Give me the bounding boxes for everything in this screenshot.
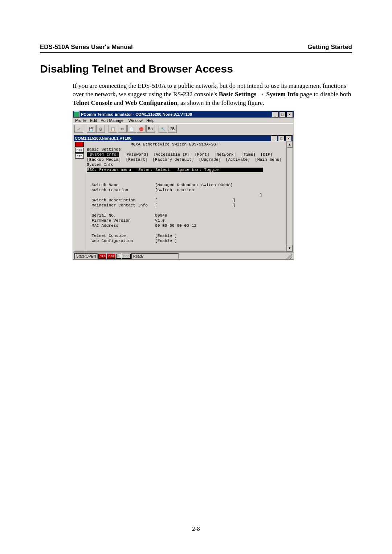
menu-help[interactable]: Help — [146, 118, 155, 123]
terminal-output: MOXA EtherDevice Switch EDS-510A-3GT Bas… — [85, 141, 286, 251]
toolbar-btn-4[interactable]: 📋 — [109, 125, 117, 133]
body-paragraph: If you are connecting the EDS-510A to a … — [73, 82, 352, 107]
statusbar: State:OPEN CTS DSR RI DCD Ready — [73, 253, 294, 259]
inner-window-title: COM1,115200,None,8,1,VT100 — [75, 136, 131, 140]
outer-window-title: PComm Terminal Emulator - COM1,115200,No… — [81, 112, 192, 116]
inner-maximize-button[interactable]: □ — [278, 135, 285, 141]
page-number: 2-8 — [0, 526, 392, 532]
scroll-down-icon[interactable]: ▼ — [287, 245, 293, 251]
manual-title: EDS-510A Series User's Manual — [40, 44, 133, 51]
status-state: State:OPEN — [74, 253, 98, 259]
status-led-dcd: DCD — [122, 254, 130, 259]
toolbar-btn-2[interactable]: 💾 — [87, 125, 95, 133]
maximize-button[interactable]: □ — [279, 111, 286, 117]
status-led-ri: RI — [116, 254, 121, 259]
terminal-emulator-screenshot: PComm Terminal Emulator - COM1,115200,No… — [73, 111, 294, 260]
menu-profile[interactable]: Profile — [75, 118, 86, 123]
scroll-up-icon[interactable]: ▲ — [287, 141, 293, 148]
close-button[interactable]: × — [286, 111, 293, 117]
led-top — [75, 142, 84, 147]
menu-edit[interactable]: Edit — [90, 118, 97, 123]
status-led-cts: CTS — [98, 254, 106, 259]
toolbar: ↩ 💾 ⎙ 📋 ✂ 📄 ⛔ Brk 🔧 2B — [73, 123, 294, 134]
toolbar-btn-6[interactable]: 📄 — [127, 125, 136, 133]
led-rts: RTS — [75, 153, 84, 159]
status-led-dsr: DSR — [107, 254, 115, 259]
led-dtr: DTR — [75, 148, 84, 153]
signal-led-column: DTR RTS — [74, 141, 85, 251]
status-ready: Ready — [131, 253, 179, 259]
vertical-scrollbar[interactable]: ▲ ▼ — [286, 141, 293, 251]
inner-window-titlebar: COM1,115200,None,8,1,VT100 _ □ × — [74, 135, 293, 141]
inner-close-button[interactable]: × — [285, 135, 292, 141]
app-icon — [74, 111, 79, 117]
toolbar-btn-1[interactable]: ↩ — [74, 125, 83, 133]
minimize-button[interactable]: _ — [272, 111, 278, 117]
page-heading: Disabling Telnet and Browser Access — [40, 63, 352, 75]
inner-window: COM1,115200,None,8,1,VT100 _ □ × DTR RTS… — [74, 135, 293, 252]
page-header: EDS-510A Series User's Manual Getting St… — [40, 44, 352, 53]
section-name: Getting Started — [307, 44, 352, 51]
menu-port-manager[interactable]: Port Manager — [101, 118, 125, 123]
toolbar-btn-2b[interactable]: 2B — [168, 125, 177, 133]
toolbar-btn-5[interactable]: ✂ — [118, 125, 127, 133]
menubar: Profile Edit Port Manager Window Help — [73, 118, 294, 123]
toolbar-btn-7[interactable]: ⛔ — [137, 125, 146, 133]
toolbar-btn-9[interactable]: 🔧 — [159, 125, 167, 133]
toolbar-btn-brk[interactable]: Brk — [146, 125, 155, 133]
inner-minimize-button[interactable]: _ — [271, 135, 277, 141]
outer-window-titlebar: PComm Terminal Emulator - COM1,115200,No… — [73, 111, 294, 118]
menu-window[interactable]: Window — [128, 118, 143, 123]
toolbar-btn-3[interactable]: ⎙ — [96, 125, 105, 133]
resize-grip-icon[interactable] — [286, 253, 292, 259]
